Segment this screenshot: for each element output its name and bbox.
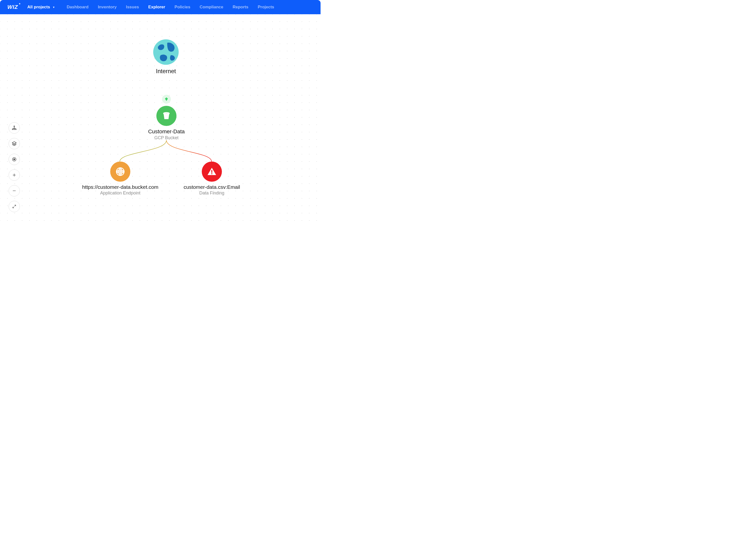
zoom-in-button[interactable] [9, 169, 20, 181]
target-icon [12, 156, 17, 162]
svg-point-4 [165, 113, 168, 114]
svg-point-13 [12, 129, 13, 130]
graph-canvas[interactable]: Internet Customer-Data GCP Bucket [0, 14, 321, 227]
node-internet-title: Internet [156, 68, 176, 75]
project-selector-label: All projects [27, 5, 50, 10]
layers-icon [12, 141, 17, 146]
svg-point-12 [14, 126, 15, 127]
node-endpoint-subtitle: Application Endpoint [100, 190, 140, 196]
nav-dashboard[interactable]: Dashboard [67, 5, 89, 10]
plus-icon [12, 173, 17, 178]
globe-earth-icon [153, 39, 179, 65]
node-internet[interactable]: Internet [153, 39, 179, 75]
alert-triangle-icon [202, 161, 222, 182]
node-bucket-subtitle: GCP Bucket [154, 135, 179, 140]
node-bucket[interactable]: Customer-Data GCP Bucket [147, 106, 186, 140]
nav-inventory[interactable]: Inventory [98, 5, 117, 10]
diamond-icon [164, 97, 169, 101]
svg-line-21 [14, 205, 16, 206]
project-selector[interactable]: All projects ▼ [27, 5, 55, 10]
bucket-icon [156, 106, 176, 126]
node-finding[interactable]: customer-data.csv:Email Data Finding [177, 161, 247, 196]
svg-point-2 [153, 39, 179, 65]
nav-compliance[interactable]: Compliance [200, 5, 223, 10]
node-finding-title: customer-data.csv:Email [184, 184, 240, 190]
zoom-out-button[interactable] [9, 185, 20, 196]
nav-links: Dashboard Inventory Issues Explorer Poli… [67, 5, 274, 10]
nav-issues[interactable]: Issues [126, 5, 139, 10]
minus-icon [12, 188, 17, 193]
svg-point-17 [14, 158, 15, 160]
edge-badge[interactable] [162, 95, 171, 104]
canvas-toolbar [9, 122, 20, 212]
node-finding-subtitle: Data Finding [199, 190, 224, 196]
nav-projects[interactable]: Projects [258, 5, 274, 10]
graph-layout-button[interactable] [9, 122, 20, 133]
brand-logo: WIZ [7, 4, 18, 10]
svg-point-15 [15, 129, 16, 130]
svg-point-14 [14, 129, 15, 130]
node-endpoint-title: https://customer-data.bucket.com [82, 184, 158, 190]
graph-icon [12, 125, 17, 130]
layers-button[interactable] [9, 138, 20, 149]
fullscreen-button[interactable] [9, 201, 20, 212]
nav-policies[interactable]: Policies [175, 5, 190, 10]
node-endpoint[interactable]: https://customer-data.bucket.com Applica… [76, 161, 164, 196]
svg-point-11 [211, 173, 213, 174]
expand-icon [12, 204, 16, 209]
top-navbar: WIZ All projects ▼ Dashboard Inventory I… [0, 0, 321, 14]
node-bucket-title: Customer-Data [148, 128, 185, 135]
nav-reports[interactable]: Reports [233, 5, 248, 10]
svg-line-22 [13, 207, 14, 208]
chevron-down-icon: ▼ [53, 6, 55, 9]
globe-grid-icon [110, 161, 130, 182]
nav-explorer[interactable]: Explorer [148, 5, 165, 10]
focus-button[interactable] [9, 154, 20, 165]
